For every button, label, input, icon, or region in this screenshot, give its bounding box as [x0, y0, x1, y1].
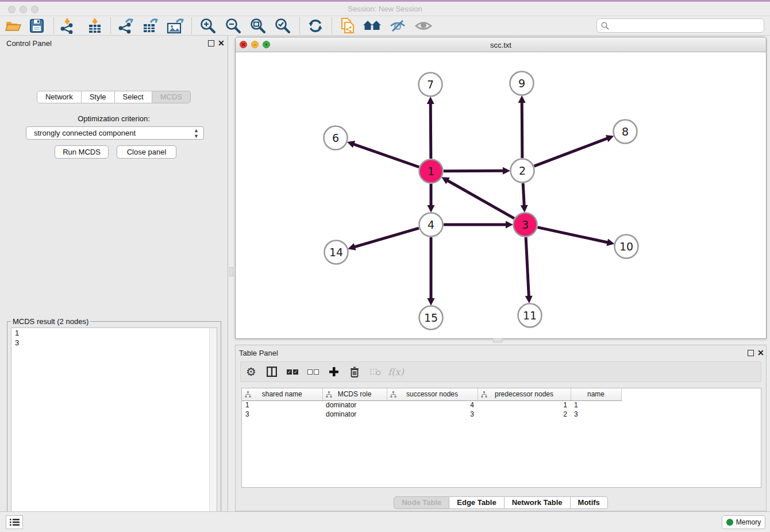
column-header-mcds-role[interactable]: MCDS role: [322, 388, 387, 400]
toolbar-separator: [299, 18, 300, 34]
duplicate-network-button[interactable]: [338, 17, 357, 34]
float-panel-icon[interactable]: [208, 40, 214, 47]
cell-shared-name[interactable]: 3: [242, 410, 322, 419]
search-field[interactable]: [596, 18, 764, 33]
select-all-columns-button[interactable]: ✓✓: [282, 362, 303, 381]
network-window-titlebar[interactable]: ✕ − + scc.txt: [236, 37, 766, 52]
show-details-button[interactable]: [414, 17, 433, 34]
function-builder-button[interactable]: f(x): [386, 362, 406, 381]
cell-mcds-role[interactable]: dominator: [322, 400, 387, 410]
zoom-selected-icon: [275, 18, 291, 34]
table-row[interactable]: 3 dominator 3 2 3: [242, 410, 621, 419]
memory-button[interactable]: Memory: [722, 515, 765, 529]
zoom-out-icon: [225, 18, 241, 34]
graph-edge-arrowhead: [428, 298, 435, 306]
hide-details-button[interactable]: [388, 17, 407, 34]
cell-predecessor-nodes[interactable]: 2: [478, 410, 571, 419]
export-table-button[interactable]: [140, 17, 160, 34]
create-column-button[interactable]: [324, 362, 344, 381]
delete-column-button[interactable]: [344, 362, 365, 381]
graph-edge-arrowhead: [348, 243, 356, 250]
tab-select[interactable]: Select: [115, 91, 152, 103]
close-panel-button[interactable]: Close panel: [117, 145, 176, 159]
graph-edge[interactable]: [526, 237, 529, 297]
run-mcds-button[interactable]: Run MCDS: [55, 145, 109, 159]
zoom-out-button[interactable]: [224, 17, 243, 34]
table-tabs: Node Table Edge Table Network Table Moti…: [236, 496, 766, 509]
splitter-grip[interactable]: [229, 267, 233, 276]
graph-edge[interactable]: [538, 228, 609, 243]
tab-mcds[interactable]: MCDS: [152, 91, 191, 103]
graph-edge-arrowhead: [525, 296, 533, 303]
import-network-button[interactable]: [57, 17, 77, 34]
graph-node-label: 3: [522, 218, 529, 231]
graph-canvas[interactable]: 7968124314101511: [236, 52, 766, 338]
graph-node-label: 14: [329, 246, 343, 259]
close-table-panel-icon[interactable]: ✕: [757, 348, 764, 357]
tab-node-table[interactable]: Node Table: [394, 496, 449, 509]
zoom-in-button[interactable]: [198, 17, 218, 34]
mcds-result-list[interactable]: 1 3: [11, 327, 217, 532]
tab-style[interactable]: Style: [82, 91, 115, 103]
graph-edge[interactable]: [523, 183, 524, 206]
tab-motifs[interactable]: Motifs: [571, 496, 608, 509]
graph-edge[interactable]: [447, 180, 514, 218]
criterion-dropdown[interactable]: strongly connected component ▲▼: [26, 126, 204, 140]
tab-network-table[interactable]: Network Table: [505, 496, 571, 509]
graph-edge[interactable]: [353, 144, 419, 167]
graph-edge[interactable]: [354, 228, 419, 247]
horizontal-splitter-grip[interactable]: [493, 338, 502, 342]
toolbar-separator: [53, 18, 54, 34]
eye-icon: [415, 20, 432, 32]
search-input[interactable]: [609, 20, 764, 32]
float-table-panel-icon[interactable]: [748, 350, 754, 356]
column-header-successor-nodes[interactable]: successor nodes: [387, 388, 478, 400]
close-panel-icon[interactable]: ✕: [218, 38, 225, 48]
table-panel: Table Panel ✕ ⚙ ✓✓ f(x): [235, 345, 767, 511]
column-header-name[interactable]: name: [571, 388, 621, 400]
mcds-result-item[interactable]: 3: [11, 338, 217, 348]
mcds-result-group: MCDS result (2 nodes) 1 3: [7, 317, 221, 532]
graph-node-label: 6: [332, 132, 339, 144]
zoom-selected-button[interactable]: [273, 17, 292, 34]
mcds-result-item[interactable]: 1: [11, 328, 217, 338]
graph-edge[interactable]: [430, 103, 431, 159]
result-scrollbar[interactable]: [209, 328, 217, 532]
home-button[interactable]: [363, 17, 382, 34]
graph-edge-arrowhead: [427, 97, 434, 104]
cell-name[interactable]: 1: [571, 400, 621, 410]
cell-mcds-role[interactable]: dominator: [322, 410, 387, 419]
tab-edge-table[interactable]: Edge Table: [449, 496, 504, 509]
checked-box-icon: ✓: [293, 369, 298, 375]
trash-icon: [350, 367, 359, 377]
column-header-shared-name[interactable]: shared name: [242, 388, 322, 400]
zoom-fit-button[interactable]: [248, 17, 268, 34]
save-session-button[interactable]: [27, 17, 47, 34]
control-panel-header: Control Panel ✕: [0, 36, 228, 51]
table-row[interactable]: 1 dominator 4 1 1: [242, 400, 621, 410]
import-table-button[interactable]: [85, 17, 105, 34]
cell-name[interactable]: 3: [571, 410, 621, 419]
export-network-button[interactable]: [116, 17, 135, 34]
show-columns-button[interactable]: [261, 362, 282, 381]
tab-network[interactable]: Network: [37, 91, 82, 103]
node-table[interactable]: shared name MCDS role successor nodes pr…: [241, 388, 761, 488]
gear-icon: ⚙: [246, 365, 256, 379]
graph-edge-arrowhead: [503, 167, 510, 175]
cell-shared-name[interactable]: 1: [242, 400, 322, 410]
graph-edge[interactable]: [522, 102, 522, 158]
cell-successor-nodes[interactable]: 4: [387, 400, 478, 410]
panel-splitter[interactable]: [228, 36, 235, 511]
open-session-button[interactable]: [3, 17, 23, 34]
delete-table-button[interactable]: [365, 362, 386, 381]
graph-edge[interactable]: [444, 171, 504, 171]
graph-edge[interactable]: [534, 138, 609, 166]
table-settings-button[interactable]: ⚙: [241, 362, 261, 381]
refresh-button[interactable]: [306, 17, 325, 34]
cell-predecessor-nodes[interactable]: 1: [478, 400, 571, 410]
task-history-button[interactable]: [6, 515, 23, 529]
export-image-button[interactable]: [165, 17, 185, 34]
cell-successor-nodes[interactable]: 3: [387, 410, 478, 419]
unselect-all-columns-button[interactable]: [303, 362, 324, 381]
column-header-predecessor-nodes[interactable]: predecessor nodes: [478, 388, 571, 400]
